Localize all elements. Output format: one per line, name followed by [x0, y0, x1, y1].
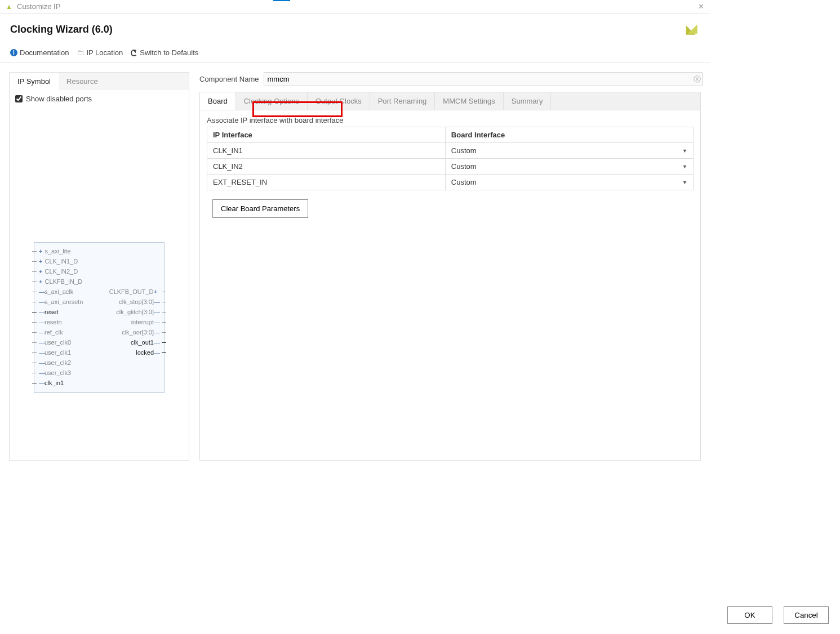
port-clkin2d: +CLK_IN2_D: [39, 266, 99, 276]
port-clkfbind: +CLKFB_IN_D: [39, 276, 99, 287]
table-row: CLK_IN1Custom▼: [207, 143, 694, 159]
ip-interface-cell: EXT_RESET_IN: [207, 175, 446, 190]
ip-interface-cell: CLK_IN1: [207, 143, 446, 159]
chevron-down-icon: ▼: [682, 164, 687, 169]
table-row: CLK_IN2Custom▼: [207, 159, 694, 175]
wizard-title-row: Clocking Wizard (6.0): [10, 23, 700, 36]
documentation-label: Documentation: [20, 48, 69, 57]
switch-defaults-label: Switch to Defaults: [140, 48, 198, 57]
port-userclk1: —user_clk1: [39, 347, 99, 358]
port-resetn: —resetn: [39, 317, 99, 327]
port-refclk: —ref_clk: [39, 327, 99, 337]
component-name-row: Component Name ⓧ: [199, 72, 701, 86]
folder-icon: 🗀: [77, 48, 84, 57]
expand-icon: +: [39, 278, 42, 285]
port-clkin1d: +CLK_IN1_D: [39, 256, 99, 266]
board-tab-content: Associate IP interface with board interf…: [199, 110, 701, 461]
component-name-label: Component Name: [199, 75, 259, 83]
top-accent-bar: [273, 0, 290, 1]
ip-block: +s_axi_lite+CLK_IN1_D+CLK_IN2_D+CLKFB_IN…: [34, 242, 165, 393]
tab-resource[interactable]: Resource: [59, 73, 106, 90]
info-icon: i: [10, 49, 17, 56]
tab-ip-symbol[interactable]: IP Symbol: [10, 73, 59, 90]
show-disabled-row: Show disabled ports: [10, 90, 189, 108]
port-userclk3: —user_clk3: [39, 368, 99, 378]
tab-summary[interactable]: Summary: [504, 92, 552, 110]
port-saxiaresetn: —s_axi_aresetn: [39, 297, 99, 307]
chevron-down-icon: ▼: [682, 180, 687, 185]
port-clkfboutd: CLKFB_OUT_D +: [99, 287, 159, 297]
app-logo-icon: [6, 3, 14, 11]
clear-input-icon[interactable]: ⓧ: [694, 74, 701, 84]
table-row: EXT_RESET_INCustom▼: [207, 175, 694, 190]
port-interrupt: interrupt —: [99, 317, 159, 327]
left-panel: IP Symbol Resource Show disabled ports +…: [9, 72, 189, 461]
col-ip-interface: IP Interface: [207, 127, 446, 143]
expand-icon: +: [39, 268, 42, 275]
col-board-interface: Board Interface: [445, 127, 693, 143]
port-saxiaclk: —s_axi_aclk: [39, 287, 99, 297]
window-title: Customize IP: [17, 2, 60, 11]
main-area: IP Symbol Resource Show disabled ports +…: [0, 63, 710, 470]
ip-location-label: IP Location: [86, 48, 123, 57]
config-tabs: BoardClocking OptionsOutput ClocksPort R…: [199, 92, 701, 110]
ip-interface-cell: CLK_IN2: [207, 159, 446, 175]
port-userclk2: —user_clk2: [39, 358, 99, 368]
switch-defaults-link[interactable]: Switch to Defaults: [131, 48, 198, 57]
documentation-link[interactable]: i Documentation: [10, 48, 69, 57]
ip-location-link[interactable]: 🗀 IP Location: [77, 48, 123, 57]
brand-logo-icon: [686, 23, 700, 36]
expand-icon: +: [39, 258, 42, 265]
tab-output-clocks[interactable]: Output Clocks: [308, 92, 370, 110]
port-userclk0: —user_clk0: [39, 337, 99, 347]
chevron-down-icon: ▼: [682, 148, 687, 154]
expand-icon: +: [39, 248, 42, 255]
associate-label: Associate IP interface with board interf…: [207, 116, 694, 124]
board-interface-select[interactable]: Custom▼: [445, 159, 693, 175]
header-toolbar: i Documentation 🗀 IP Location Switch to …: [10, 48, 700, 57]
clear-board-parameters-button[interactable]: Clear Board Parameters: [212, 199, 308, 218]
tab-port-renaming[interactable]: Port Renaming: [370, 92, 435, 110]
refresh-icon: [131, 50, 137, 56]
board-interface-select[interactable]: Custom▼: [445, 175, 693, 190]
component-name-input[interactable]: [264, 72, 703, 86]
port-saxilite: +s_axi_lite: [39, 246, 99, 256]
port-clkoor30: clk_oor[3:0] —: [99, 327, 159, 337]
ip-symbol-area: +s_axi_lite+CLK_IN1_D+CLK_IN2_D+CLKFB_IN…: [10, 108, 189, 460]
tab-board[interactable]: Board: [200, 92, 236, 110]
port-clkstop30: clk_stop[3:0] —: [99, 297, 159, 307]
expand-icon: +: [154, 288, 157, 295]
board-interface-select[interactable]: Custom▼: [445, 143, 693, 159]
show-disabled-label: Show disabled ports: [26, 95, 92, 103]
tab-mmcm-settings[interactable]: MMCM Settings: [435, 92, 503, 110]
titlebar: Customize IP ✕: [0, 0, 710, 14]
wizard-title: Clocking Wizard (6.0): [10, 24, 113, 35]
show-disabled-checkbox[interactable]: [15, 95, 23, 102]
port-clkglitch30: clk_glitch[3:0] —: [99, 307, 159, 317]
port-clkin1: —clk_in1: [39, 378, 99, 388]
close-icon[interactable]: ✕: [698, 2, 704, 11]
port-reset: —reset: [39, 307, 99, 317]
port-clkout1: clk_out1 —: [99, 337, 159, 347]
interface-table: IP Interface Board Interface CLK_IN1Cust…: [207, 127, 694, 190]
left-tabs: IP Symbol Resource: [10, 73, 189, 90]
tab-clocking-options[interactable]: Clocking Options: [236, 92, 308, 110]
header-area: Clocking Wizard (6.0) i Documentation 🗀 …: [0, 14, 710, 63]
right-panel: Component Name ⓧ BoardClocking OptionsOu…: [199, 72, 701, 461]
port-locked: locked —: [99, 347, 159, 358]
